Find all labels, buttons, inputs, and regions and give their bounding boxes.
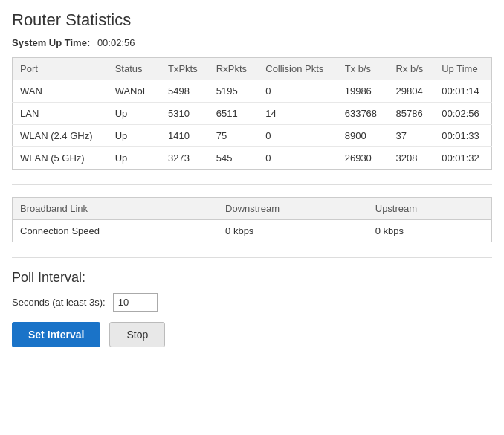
poll-seconds-input[interactable]	[113, 293, 158, 312]
port-stats-table: Port Status TxPkts RxPkts Collision Pkts…	[12, 57, 492, 170]
section-divider-2	[12, 257, 492, 258]
col-uptime: Up Time	[434, 58, 491, 80]
col-downstream: Downstream	[218, 198, 368, 220]
col-txpkts: TxPkts	[161, 58, 209, 80]
col-collision: Collision Pkts	[258, 58, 337, 80]
poll-section: Poll Interval: Seconds (at least 3s): Se…	[12, 270, 492, 347]
col-broadband-link: Broadband Link	[13, 198, 219, 220]
col-rxbs: Rx b/s	[389, 58, 435, 80]
broadband-header-row: Broadband Link Downstream Upstream	[13, 198, 492, 220]
col-port: Port	[13, 58, 108, 80]
section-divider	[12, 184, 492, 185]
poll-title: Poll Interval:	[12, 270, 492, 286]
col-status: Status	[108, 58, 161, 80]
poll-seconds-label: Seconds (at least 3s):	[12, 297, 106, 308]
col-upstream: Upstream	[368, 198, 492, 220]
broadband-table: Broadband Link Downstream Upstream Conne…	[12, 197, 492, 242]
table-row: LANUp53106511146337688578600:02:56	[13, 103, 492, 125]
system-uptime-label: System Up Time:	[12, 37, 90, 48]
table-row: WLAN (2.4 GHz)Up141075089003700:01:33	[13, 125, 492, 147]
table-row: Connection Speed0 kbps0 kbps	[13, 220, 492, 242]
col-rxpkts: RxPkts	[209, 58, 258, 80]
table-row: WANWANoE549851950199862980400:01:14	[13, 80, 492, 103]
col-txbs: Tx b/s	[337, 58, 389, 80]
system-uptime-value: 00:02:56	[97, 37, 135, 48]
port-table-header-row: Port Status TxPkts RxPkts Collision Pkts…	[13, 58, 492, 80]
stop-button[interactable]: Stop	[109, 322, 165, 347]
table-row: WLAN (5 GHz)Up3273545026930320800:01:32	[13, 147, 492, 170]
page-title: Router Statistics	[12, 10, 492, 30]
set-interval-button[interactable]: Set Interval	[12, 322, 100, 347]
